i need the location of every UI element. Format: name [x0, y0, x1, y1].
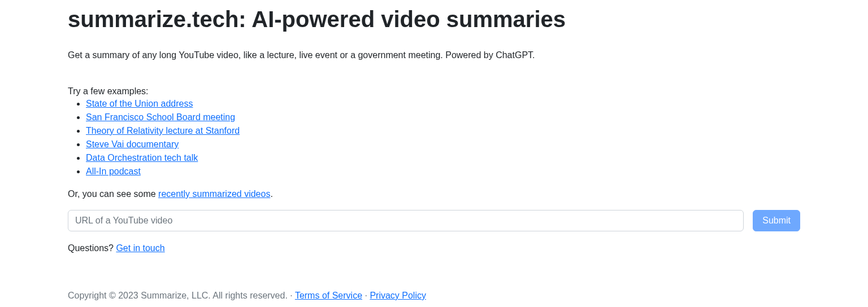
tos-link[interactable]: Terms of Service [295, 291, 362, 300]
contact-prefix: Questions? [68, 243, 116, 253]
recent-suffix: . [270, 189, 272, 199]
page-title: summarize.tech: AI-powered video summari… [68, 6, 800, 33]
example-link-relativity-lecture[interactable]: Theory of Relativity lecture at Stanford [86, 126, 240, 135]
examples-prompt: Try a few examples: [68, 85, 800, 98]
example-link-all-in-podcast[interactable]: All-In podcast [86, 166, 141, 176]
contact-link[interactable]: Get in touch [116, 243, 164, 253]
list-item: Theory of Relativity lecture at Stanford [86, 124, 800, 138]
example-link-steve-vai[interactable]: Steve Vai documentary [86, 139, 179, 149]
example-link-sf-school-board[interactable]: San Francisco School Board meeting [86, 112, 235, 122]
list-item: All-In podcast [86, 165, 800, 178]
recent-prompt: Or, you can see some recently summarized… [68, 187, 800, 201]
list-item: Data Orchestration tech talk [86, 151, 800, 165]
examples-list: State of the Union address San Francisco… [68, 97, 800, 178]
recent-link[interactable]: recently summarized videos [158, 189, 270, 199]
footer-sep: · [362, 291, 370, 300]
submit-button[interactable]: Submit [753, 210, 800, 231]
privacy-link[interactable]: Privacy Policy [370, 291, 426, 300]
list-item: San Francisco School Board meeting [86, 111, 800, 124]
list-item: Steve Vai documentary [86, 138, 800, 151]
footer-sep: · [288, 291, 295, 300]
example-link-data-orchestration[interactable]: Data Orchestration tech talk [86, 153, 198, 163]
intro-text: Get a summary of any long YouTube video,… [68, 49, 800, 62]
footer: Copyright © 2023 Summarize, LLC. All rig… [68, 289, 800, 302]
contact-prompt: Questions? Get in touch [68, 242, 800, 255]
url-form: Submit [68, 210, 800, 231]
url-input[interactable] [68, 210, 744, 231]
example-link-state-of-union[interactable]: State of the Union address [86, 99, 193, 108]
recent-prefix: Or, you can see some [68, 189, 158, 199]
copyright-text: Copyright © 2023 Summarize, LLC. All rig… [68, 291, 288, 300]
list-item: State of the Union address [86, 97, 800, 111]
